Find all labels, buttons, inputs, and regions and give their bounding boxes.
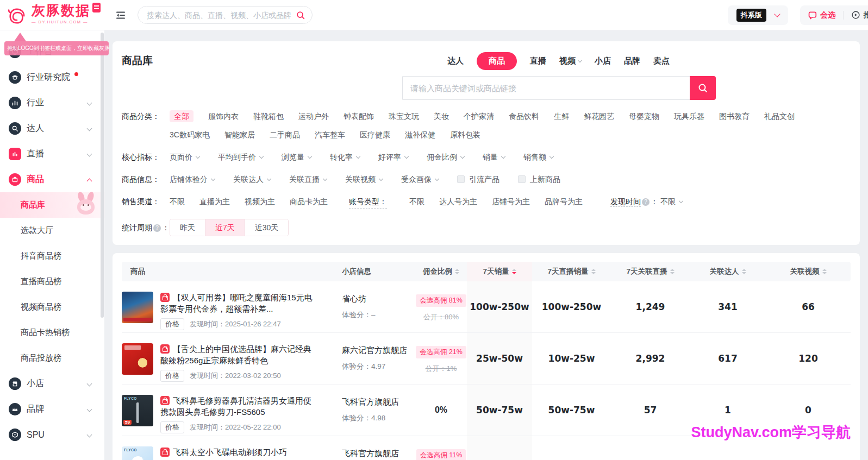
category-chip[interactable]: 鲜花园艺 (584, 110, 614, 122)
product-image[interactable]: FLYCO 59 (122, 395, 153, 426)
version-switcher[interactable]: 抖系版 (728, 5, 788, 25)
shop-name[interactable]: 飞科官方旗舰店 (342, 449, 415, 459)
category-chip[interactable]: 玩具乐器 (674, 110, 704, 122)
product-image[interactable] (122, 343, 153, 375)
category-chip[interactable]: 鞋靴箱包 (253, 110, 284, 122)
metric-dropdown[interactable]: 销售额 (523, 151, 553, 163)
promote-button[interactable]: 推广 (851, 10, 868, 20)
sidebar-item-product[interactable]: 商品 (0, 167, 104, 192)
price-tag[interactable]: 价格 (160, 318, 184, 330)
discover-time-filter[interactable]: 发现时间?： 不限 (610, 196, 683, 209)
col-videos[interactable]: 关联视频 (766, 267, 851, 276)
metric-dropdown[interactable]: 佣金比例 (427, 151, 464, 163)
col-7d-live-sales[interactable]: 7天直播销量 (532, 267, 611, 276)
discover-time-dropdown[interactable]: 不限 (660, 196, 683, 207)
category-chip[interactable]: 礼品文创 (764, 110, 795, 122)
period-30days[interactable]: 近30天 (245, 219, 289, 236)
sidebar-collapse-button[interactable] (115, 9, 127, 21)
channel-option[interactable]: 不限 (170, 196, 185, 209)
sidebar-subitem-live-rank[interactable]: 直播商品榜 (0, 269, 104, 294)
period-7days[interactable]: 近7天 (205, 219, 245, 236)
tab-sellpoint[interactable]: 卖点 (653, 56, 670, 66)
metric-dropdown[interactable]: 浏览量 (282, 151, 311, 163)
info-dropdown[interactable]: 关联达人 (233, 173, 271, 185)
tab-daren[interactable]: 达人 (447, 56, 464, 66)
col-influencers[interactable]: 关联达人 (690, 267, 766, 276)
metric-dropdown[interactable]: 平均到手价 (218, 151, 263, 163)
category-chip[interactable]: 智能家居 (224, 129, 255, 141)
category-chip[interactable]: 母婴宠物 (629, 110, 659, 122)
price-tag[interactable]: 价格 (160, 370, 184, 382)
metric-dropdown[interactable]: 转化率 (330, 151, 360, 163)
sort-icons[interactable] (670, 269, 675, 275)
category-chip[interactable]: 汽车整车 (315, 129, 345, 141)
category-chip[interactable]: 图书教育 (719, 110, 750, 122)
category-chip[interactable]: 服饰内衣 (208, 110, 239, 122)
channel-option[interactable]: 直播为主 (199, 196, 230, 209)
category-chip[interactable]: 美妆 (434, 110, 449, 122)
checkbox-icon[interactable] (457, 175, 465, 183)
account-option[interactable]: 不限 (409, 196, 424, 209)
sort-icons[interactable] (591, 269, 596, 275)
product-title[interactable]: 飞科太空小飞碟电动剃须刀小巧 (160, 446, 315, 458)
tab-live[interactable]: 直播 (530, 56, 546, 66)
account-option[interactable]: 品牌号为主 (545, 196, 583, 209)
sidebar-item-spu[interactable]: SPU (0, 422, 104, 448)
sidebar-item-industry[interactable]: 行业 (0, 90, 104, 116)
checkbox-icon[interactable] (518, 175, 526, 183)
checkbox-traffic-product[interactable]: 引流产品 (457, 173, 499, 185)
metric-dropdown[interactable]: 销量 (483, 151, 505, 163)
sidebar-item-shop[interactable]: 小店 (0, 371, 104, 396)
version-badge[interactable]: 抖系版 (736, 9, 766, 22)
logo[interactable]: 灰豚数据 — DY.HUITUN.COM — (5, 3, 101, 28)
sidebar-subitem-pick-hall[interactable]: 选款大厅 (0, 218, 104, 243)
metric-dropdown[interactable]: 页面价 (170, 151, 199, 163)
sort-icons[interactable] (455, 269, 459, 275)
global-search[interactable] (138, 6, 313, 24)
category-chip[interactable]: 滋补保健 (405, 129, 435, 141)
sidebar-subitem-video-rank[interactable]: 视频商品榜 (0, 294, 104, 320)
category-chip[interactable]: 食品饮料 (509, 110, 539, 122)
category-chip[interactable]: 珠宝文玩 (389, 110, 419, 122)
col-7d-sales[interactable]: 7天销量 (467, 262, 532, 281)
product-image[interactable] (122, 292, 153, 323)
period-yesterday[interactable]: 昨天 (170, 219, 205, 236)
help-icon[interactable]: ? (153, 224, 161, 232)
account-option[interactable]: 达人号为主 (439, 196, 477, 209)
category-chip[interactable]: 个护家清 (464, 110, 494, 122)
info-dropdown[interactable]: 受众画像 (401, 173, 439, 185)
product-search-button[interactable] (690, 76, 716, 100)
category-chip[interactable]: 二手商品 (270, 129, 300, 141)
tab-product[interactable]: 商品 (477, 52, 517, 70)
shop-name[interactable]: 飞科官方旗舰店 (342, 397, 415, 407)
channel-option[interactable]: 商品卡为主 (290, 196, 328, 209)
col-commission[interactable]: 佣金比例 (415, 267, 467, 276)
sidebar-subitem-douyin-rank[interactable]: 抖音商品榜 (0, 243, 104, 269)
sidebar-subitem-ad-rank[interactable]: 商品投放榜 (0, 345, 104, 371)
category-chip[interactable]: 钟表配饰 (344, 110, 374, 122)
category-chip[interactable]: 原料包装 (450, 129, 480, 141)
product-title[interactable]: 飞科鼻毛修剪器鼻孔清洁器男女通用便携款圆头鼻毛修剪刀-FS5605 (160, 395, 315, 418)
info-dropdown[interactable]: 关联直播 (289, 173, 327, 185)
sort-icons[interactable] (822, 269, 827, 275)
sidebar-subitem-product-library[interactable]: 商品库 (0, 192, 104, 218)
col-7d-live-rooms[interactable]: 7天关联直播 (611, 267, 690, 276)
product-image[interactable]: FLYCO (122, 446, 153, 460)
info-dropdown[interactable]: 店铺体验分 (170, 173, 215, 185)
category-chip[interactable]: 运动户外 (298, 110, 329, 122)
sidebar-item-daren[interactable]: 达人 (0, 116, 104, 141)
product-search-input[interactable] (403, 84, 690, 93)
shop-name[interactable]: 麻六记官方旗舰店 (342, 345, 415, 356)
category-chip[interactable]: 医疗健康 (360, 129, 390, 141)
member-select-button[interactable]: 会选 (808, 10, 835, 20)
tab-shop[interactable]: 小店 (595, 56, 611, 66)
category-chip[interactable]: 生鲜 (554, 110, 569, 122)
shop-name[interactable]: 省心坊 (342, 294, 415, 304)
tab-brand[interactable]: 品牌 (624, 56, 640, 66)
help-icon[interactable]: ? (642, 198, 650, 206)
account-option[interactable]: 店铺号为主 (492, 196, 530, 209)
product-title[interactable]: 【舌尖上的中国优选品牌】麻六记经典酸辣粉256g正宗麻辣鲜香特色 (160, 343, 315, 366)
category-chip[interactable]: 全部 (170, 110, 193, 122)
category-chip[interactable]: 3C数码家电 (170, 129, 210, 141)
checkbox-new-product[interactable]: 上新商品 (518, 173, 560, 185)
